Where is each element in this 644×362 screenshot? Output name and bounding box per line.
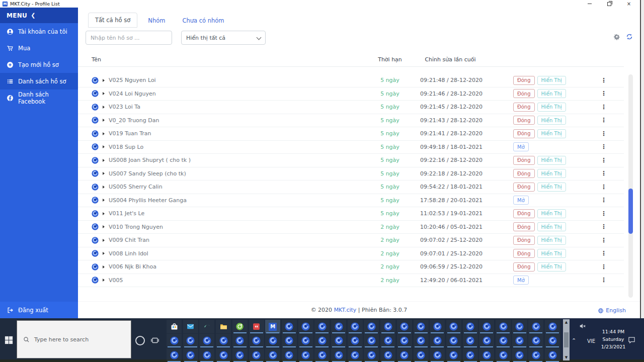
open-button[interactable]: Mở (513, 276, 529, 285)
open-button[interactable]: Mở (513, 196, 529, 205)
task-view-button[interactable] (150, 336, 159, 345)
table-scrollbar[interactable] (628, 74, 633, 298)
close-button[interactable]: Đóng (513, 209, 535, 218)
expand-caret-icon[interactable] (103, 132, 105, 135)
scroll-up-icon[interactable]: ▲ (565, 320, 568, 324)
taskbar-icon-chrome[interactable] (512, 334, 527, 347)
sidebar-item-facebook-list[interactable]: Danh sách Facebook (0, 89, 78, 106)
taskbar-icon-chrome[interactable] (199, 334, 214, 347)
row-menu-icon[interactable]: ⋮ (601, 197, 607, 204)
close-button[interactable]: Đóng (513, 249, 535, 258)
taskbar-icon-chrome[interactable] (314, 320, 330, 333)
close-button[interactable]: Đóng (513, 103, 535, 112)
taskbar-icon-chrome[interactable] (430, 320, 445, 333)
row-menu-icon[interactable]: ⋮ (601, 117, 607, 124)
row-menu-icon[interactable]: ⋮ (601, 157, 607, 164)
expand-caret-icon[interactable] (103, 252, 105, 255)
row-menu-icon[interactable]: ⋮ (601, 263, 607, 270)
expand-caret-icon[interactable] (103, 145, 105, 148)
taskbar-icon-mkt[interactable]: M (265, 320, 280, 333)
taskbar-icon-store[interactable] (167, 320, 182, 333)
close-button[interactable]: Đóng (513, 76, 535, 85)
taskbar-icon-chrome[interactable] (380, 320, 395, 333)
taskbar-icon-chrome[interactable] (414, 348, 429, 362)
taskbar-icon-chrome[interactable] (199, 348, 214, 362)
taskbar-icon-chrome[interactable] (496, 334, 511, 347)
sidebar-item-profile-list[interactable]: Danh sách hồ sơ (0, 73, 78, 89)
expand-caret-icon[interactable] (103, 225, 105, 228)
profile-search-input[interactable] (86, 31, 172, 45)
start-button[interactable] (4, 335, 14, 345)
taskbar-icon-chrome[interactable] (183, 348, 198, 362)
taskbar-icon-chrome[interactable] (496, 320, 511, 333)
expand-caret-icon[interactable] (103, 279, 105, 282)
taskbar-icon-chrome[interactable] (446, 348, 461, 362)
tray-expand-icon[interactable]: ⌃ (572, 337, 576, 344)
show-button[interactable]: Hiển Thị (537, 116, 566, 125)
taskbar-icon-chrome[interactable] (479, 334, 494, 347)
input-language-indicator[interactable]: VIE (587, 338, 595, 344)
taskbar-icon-red-app[interactable] (249, 320, 264, 333)
taskbar-icon-chrome[interactable] (364, 334, 379, 347)
refresh-icon[interactable] (626, 33, 633, 40)
taskbar-icon-chrome[interactable] (331, 320, 346, 333)
close-button[interactable]: Đóng (513, 156, 535, 165)
taskbar-scrollbar[interactable]: ▲ ▼ (563, 319, 570, 360)
taskbar-icon-mail[interactable] (183, 320, 198, 333)
taskbar-icon-chrome[interactable] (414, 334, 429, 347)
tab-groups[interactable]: Nhóm (141, 14, 172, 28)
taskbar-icon-chrome[interactable] (298, 348, 313, 362)
taskbar-icon-chrome[interactable] (249, 334, 264, 347)
taskbar-icon-chrome[interactable] (545, 348, 560, 362)
row-menu-icon[interactable]: ⋮ (601, 170, 607, 177)
table-scrollbar-thumb[interactable] (628, 189, 633, 234)
taskbar-icon-green-app[interactable] (232, 320, 248, 333)
expand-caret-icon[interactable] (103, 79, 105, 82)
taskbar-icon-chrome[interactable] (528, 320, 543, 333)
taskbar-icon-chrome[interactable] (479, 348, 494, 362)
taskbar-icon-chrome[interactable] (364, 320, 379, 333)
taskbar-icon-chrome[interactable] (397, 334, 412, 347)
tab-no-group[interactable]: Chưa có nhóm (176, 14, 230, 28)
volume-muted-icon[interactable] (579, 322, 587, 330)
row-menu-icon[interactable]: ⋮ (601, 90, 607, 97)
taskbar-icon-chrome[interactable] (545, 320, 560, 333)
tab-all-profiles[interactable]: Tất cả hồ sơ (88, 13, 137, 28)
close-button[interactable]: Đóng (513, 129, 535, 138)
taskbar-icon-edge[interactable] (199, 320, 214, 333)
show-button[interactable]: Hiển Thị (537, 103, 566, 112)
taskbar-icon-chrome[interactable] (463, 334, 478, 347)
taskbar-icon-chrome[interactable] (298, 334, 313, 347)
taskbar-icon-chrome[interactable] (528, 348, 543, 362)
taskbar-icon-chrome[interactable] (446, 334, 461, 347)
taskbar-icon-chrome[interactable] (314, 348, 330, 362)
close-button[interactable]: Đóng (513, 183, 535, 192)
row-menu-icon[interactable]: ⋮ (601, 184, 607, 191)
logout-button[interactable]: Đăng xuất (0, 302, 78, 318)
restore-button[interactable] (606, 2, 613, 7)
close-button[interactable]: Đóng (513, 169, 535, 178)
row-menu-icon[interactable]: ⋮ (601, 237, 607, 244)
row-menu-icon[interactable]: ⋮ (601, 277, 607, 284)
sidebar-item-buy[interactable]: Mua (0, 40, 78, 56)
taskbar-icon-chrome[interactable] (232, 348, 248, 362)
taskbar-clock[interactable]: 11:44 PM Saturday 1/23/2021 (599, 328, 628, 350)
settings-gear-icon[interactable] (613, 33, 620, 40)
taskbar-icon-chrome[interactable] (216, 334, 231, 347)
taskbar-icon-chrome[interactable] (380, 348, 395, 362)
taskbar-icon-chrome[interactable] (512, 320, 527, 333)
brand-link[interactable]: MKT.city (334, 307, 357, 313)
row-menu-icon[interactable]: ⋮ (601, 223, 607, 230)
show-button[interactable]: Hiển Thị (537, 236, 566, 245)
expand-caret-icon[interactable] (103, 186, 105, 189)
show-button[interactable]: Hiển Thị (537, 76, 566, 85)
taskbar-icon-chrome[interactable] (430, 348, 445, 362)
show-button[interactable]: Hiển Thị (537, 262, 566, 272)
close-button[interactable]: Đóng (513, 222, 535, 231)
taskbar-icon-chrome[interactable] (414, 320, 429, 333)
taskbar-icon-chrome[interactable] (545, 334, 560, 347)
close-window-button[interactable]: × (625, 2, 632, 7)
show-button[interactable]: Hiển Thị (537, 129, 566, 138)
expand-caret-icon[interactable] (103, 106, 105, 109)
show-button[interactable]: Hiển Thị (537, 209, 566, 218)
